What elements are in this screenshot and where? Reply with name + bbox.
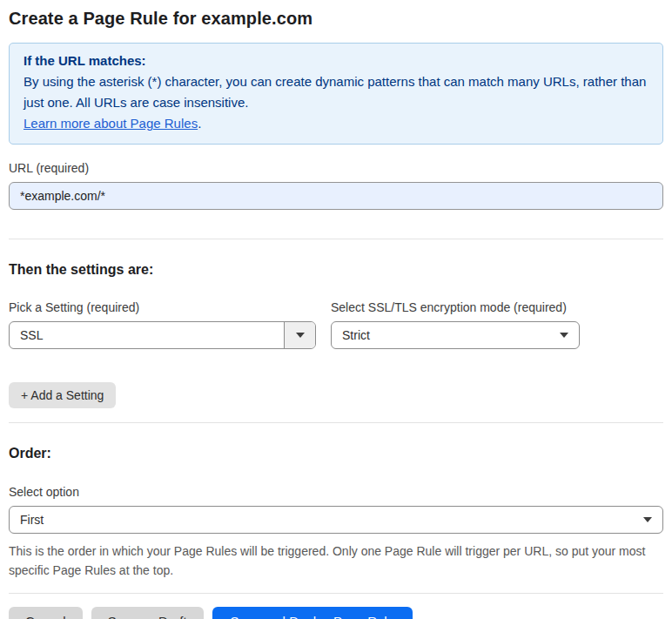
page-title: Create a Page Rule for example.com	[9, 9, 663, 29]
order-select-value: First	[10, 513, 643, 527]
info-box-heading: If the URL matches:	[24, 50, 648, 71]
ssl-mode-label: Select SSL/TLS encryption mode (required…	[331, 300, 580, 314]
footer-buttons: Cancel Save as Draft Save and Deploy Pag…	[9, 607, 663, 619]
divider	[9, 593, 663, 594]
learn-more-link[interactable]: Learn more about Page Rules	[24, 116, 198, 131]
ssl-mode-column: Select SSL/TLS encryption mode (required…	[331, 300, 580, 349]
order-section-heading: Order:	[9, 446, 663, 461]
divider	[9, 422, 663, 423]
save-and-deploy-button[interactable]: Save and Deploy Page Rule	[212, 607, 413, 619]
url-field-label: URL (required)	[9, 161, 663, 175]
order-select[interactable]: First	[9, 506, 663, 534]
divider	[9, 239, 663, 239]
url-input[interactable]	[9, 182, 663, 210]
add-setting-button[interactable]: + Add a Setting	[9, 382, 116, 408]
setting-picker-caret-segment[interactable]	[284, 322, 315, 348]
setting-picker-label: Pick a Setting (required)	[9, 300, 316, 314]
ssl-mode-value: Strict	[332, 328, 560, 342]
info-box-link-line: Learn more about Page Rules.	[24, 113, 648, 134]
setting-picker-value: SSL	[10, 328, 284, 342]
ssl-mode-select[interactable]: Strict	[331, 321, 580, 349]
link-suffix: .	[198, 116, 201, 131]
chevron-down-icon	[560, 333, 568, 338]
cancel-button[interactable]: Cancel	[9, 607, 83, 619]
order-help-text: This is the order in which your Page Rul…	[9, 542, 657, 580]
settings-row: Pick a Setting (required) SSL Select SSL…	[9, 300, 663, 349]
setting-picker-column: Pick a Setting (required) SSL	[9, 300, 316, 349]
info-box-body: By using the asterisk (*) character, you…	[24, 71, 648, 113]
setting-picker-select[interactable]: SSL	[9, 321, 316, 349]
url-match-info-box: If the URL matches: By using the asteris…	[9, 43, 663, 145]
order-select-label: Select option	[9, 485, 663, 499]
settings-section-heading: Then the settings are:	[9, 262, 663, 278]
page-rule-form: Create a Page Rule for example.com If th…	[0, 9, 672, 619]
chevron-down-icon	[296, 333, 305, 338]
chevron-down-icon	[643, 517, 652, 522]
save-as-draft-button[interactable]: Save as Draft	[91, 607, 204, 619]
